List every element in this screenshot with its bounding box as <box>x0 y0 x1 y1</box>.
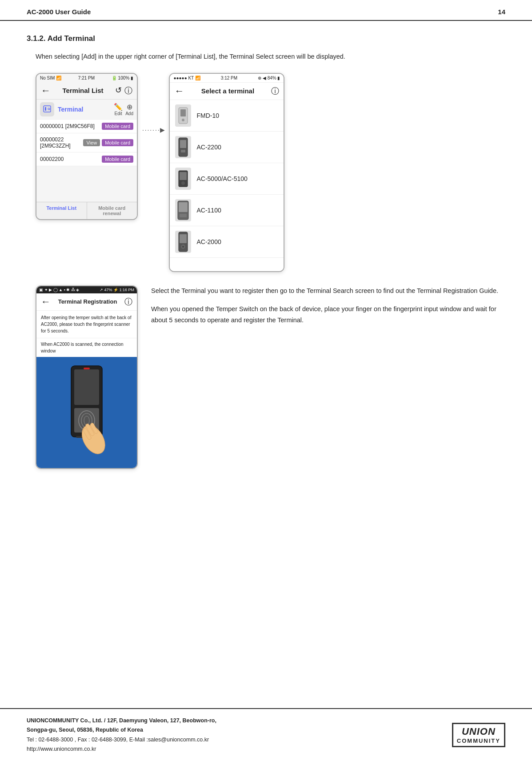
footer-logo: UNION COMMUNITY <box>452 723 505 747</box>
svg-point-11 <box>181 181 185 185</box>
screenshots-row: No SIM 📶 7:21 PM 🔋 100% ▮ ← Terminal Lis… <box>27 73 505 272</box>
info-icon-3[interactable]: ⓘ <box>124 296 132 307</box>
info-icon-2[interactable]: ⓘ <box>271 86 279 96</box>
ac2200-icon <box>175 136 191 158</box>
terminal-item-1: 00000001 [2M9C56F8] Mobile card <box>36 120 137 133</box>
ac2200-label: AC-2200 <box>196 144 221 151</box>
select-item-fmd10[interactable]: FMD-10 <box>170 100 284 132</box>
footer-line2: Songpa-gu, Seoul, 05836, Republic of Kor… <box>27 725 216 735</box>
select-item-ac2000[interactable]: AC-2000 <box>170 226 284 258</box>
info-icon[interactable]: ⓘ <box>124 85 132 96</box>
arrow-connector: · · · · · · · ▶ <box>138 73 169 133</box>
section-heading: 3.1.2. Add Terminal <box>27 34 505 43</box>
page-number: 14 <box>498 8 505 16</box>
svg-rect-7 <box>180 140 186 148</box>
select-nav-bar: ← Select a terminal ⓘ <box>170 83 284 100</box>
back-icon-2[interactable]: ← <box>174 85 184 97</box>
terminal-icon <box>40 102 54 116</box>
terminal-item-3: 00002200 Mobile card <box>36 152 137 166</box>
tab-mobile-card[interactable]: Mobile card renewal <box>87 202 137 219</box>
bottom-space <box>170 258 284 271</box>
fmd10-icon <box>175 104 191 127</box>
arrow-dots: · · · · · · · ▶ <box>142 126 164 133</box>
edit-label: Edit <box>115 111 122 116</box>
logo-community-text: COMMUNITY <box>457 737 500 744</box>
reg-battery: ↗ 47% ⚡ 1:16 PM <box>100 288 134 292</box>
terminal-item-2: 00000022 [2M9C3ZZH] View Mobile card <box>36 133 137 152</box>
time-label: 7:21 PM <box>78 76 95 80</box>
reg-nav-bar: ← Terminal Registration ⓘ <box>36 293 137 311</box>
page-header: AC-2000 User Guide 14 <box>0 0 532 21</box>
battery-label-2: ⊕ ◀ 84% ▮ <box>258 76 280 80</box>
footer: UNIONCOMMUNITY Co., Ltd. / 12F, Daemyung… <box>0 708 532 761</box>
empty-area <box>36 166 137 202</box>
phone-terminal-list: No SIM 📶 7:21 PM 🔋 100% ▮ ← Terminal Lis… <box>36 73 138 220</box>
reg-instruction-1: After opening the temper switch at the b… <box>36 311 137 338</box>
footer-line1: UNIONCOMMUNITY Co., Ltd. / 12F, Daemyung… <box>27 716 216 725</box>
signal-label-2: ●●●●● KT 📶 <box>173 76 200 80</box>
mobile-card-btn-1[interactable]: Mobile card <box>102 123 133 130</box>
segment-actions: ✏️ Edit ⊕ Add <box>114 103 133 116</box>
bottom-tab-bar: Terminal List Mobile card renewal <box>36 202 137 219</box>
phone-registration: ▣ ✦ ▶ ◯ ▲ ▪ ✱ ⁂ ◈ ↗ 47% ⚡ 1:16 PM ← Term… <box>36 285 138 469</box>
mobile-card-btn-3[interactable]: Mobile card <box>102 156 133 163</box>
battery-label: 🔋 100% ▮ <box>112 76 133 80</box>
reg-instruction-2: When AC2000 is scanned, the connection w… <box>36 338 137 357</box>
desc-para-2: When you opened the Temper Switch on the… <box>151 304 505 326</box>
svg-point-5 <box>182 119 184 121</box>
svg-rect-16 <box>180 234 187 243</box>
ac1100-icon <box>175 199 191 221</box>
add-button[interactable]: ⊕ Add <box>125 103 133 116</box>
reg-device-svg <box>47 361 127 464</box>
svg-rect-25 <box>84 368 90 369</box>
footer-text: UNIONCOMMUNITY Co., Ltd. / 12F, Daemyung… <box>27 716 216 754</box>
select-title: Select a terminal <box>201 87 254 95</box>
svg-rect-4 <box>180 109 186 116</box>
nav-title-1: Terminal List <box>62 87 103 94</box>
select-item-ac1100[interactable]: AC-1100 <box>170 195 284 226</box>
logo-box: UNION COMMUNITY <box>452 723 505 747</box>
reg-image-area <box>36 357 137 468</box>
desc-para-1: Select the Terminal you want to register… <box>151 285 505 296</box>
segment-label: Terminal <box>58 106 114 113</box>
nav-bar-1: ← Terminal List ↺ ⓘ <box>36 82 137 100</box>
back-icon-3[interactable]: ← <box>41 296 51 308</box>
intro-text: When selecting [Add] in the upper right … <box>27 51 505 62</box>
tab-terminal-list[interactable]: Terminal List <box>36 202 87 219</box>
reg-status-icons: ▣ ✦ ▶ ◯ ▲ ▪ ✱ ⁂ ◈ <box>39 288 79 292</box>
edit-button[interactable]: ✏️ Edit <box>114 103 123 116</box>
refresh-icon[interactable]: ↺ <box>115 85 122 96</box>
svg-rect-1 <box>45 107 46 111</box>
svg-rect-8 <box>181 150 185 152</box>
segment-row: Terminal ✏️ Edit ⊕ Add <box>36 100 137 120</box>
svg-rect-20 <box>74 369 99 405</box>
terminal-id-3: 00002200 <box>40 156 102 162</box>
ac2000-label: AC-2000 <box>196 238 221 245</box>
header-title: AC-2000 User Guide <box>27 8 91 16</box>
svg-rect-10 <box>180 172 187 180</box>
select-item-ac2200[interactable]: AC-2200 <box>170 132 284 163</box>
back-icon[interactable]: ← <box>41 85 51 96</box>
mobile-card-btn-2[interactable]: Mobile card <box>102 139 133 146</box>
add-icon: ⊕ <box>127 103 132 111</box>
time-label-2: 3:12 PM <box>221 76 237 80</box>
ac2000-icon <box>175 231 191 253</box>
ac5000-label: AC-5000/AC-5100 <box>196 175 247 182</box>
reg-status-bar: ▣ ✦ ▶ ◯ ▲ ▪ ✱ ⁂ ◈ ↗ 47% ⚡ 1:16 PM <box>36 286 137 293</box>
fmd10-label: FMD-10 <box>196 112 219 119</box>
select-item-ac5000[interactable]: AC-5000/AC-5100 <box>170 163 284 195</box>
signal-label: No SIM 📶 <box>40 76 61 80</box>
footer-line3: Tel : 02-6488-3000 , Fax : 02-6488-3099,… <box>27 735 216 745</box>
footer-line4: http://www.unioncomm.co.kr <box>27 745 216 754</box>
view-btn-2[interactable]: View <box>83 139 100 146</box>
terminal-id-2: 00000022 [2M9C3ZZH] <box>40 136 83 149</box>
svg-point-18 <box>182 246 184 248</box>
add-label: Add <box>125 111 133 116</box>
phone-select-terminal: ●●●●● KT 📶 3:12 PM ⊕ ◀ 84% ▮ ← Select a … <box>169 73 284 272</box>
svg-rect-14 <box>180 214 187 217</box>
terminal-id-1: 00000001 [2M9C56F8] <box>40 123 102 129</box>
ac5000-icon <box>175 168 191 190</box>
nav-icons: ↺ ⓘ <box>115 85 132 96</box>
logo-union-text: UNION <box>462 726 496 737</box>
registration-row: ▣ ✦ ▶ ◯ ▲ ▪ ✱ ⁂ ◈ ↗ 47% ⚡ 1:16 PM ← Term… <box>27 285 505 469</box>
